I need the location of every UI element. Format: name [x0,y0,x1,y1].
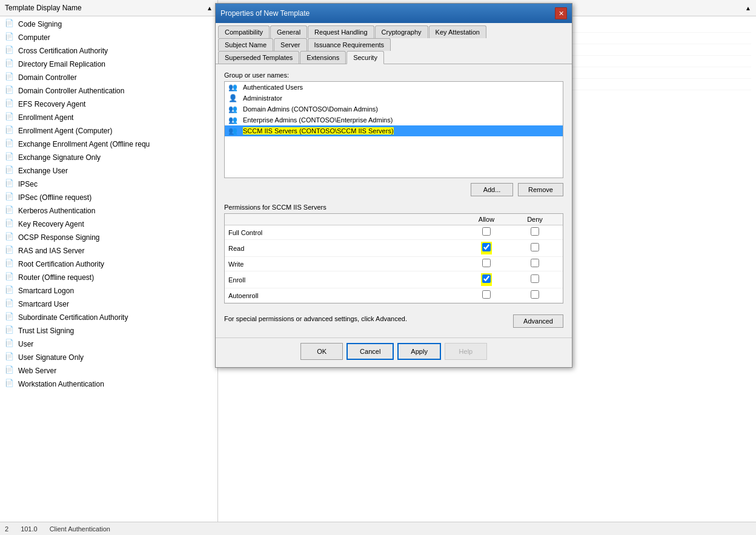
tab-key-attestation[interactable]: Key Attestation [429,25,486,38]
right-scroll-up[interactable]: ▲ [745,5,751,12]
template-icon: 🗎 [5,73,15,82]
template-icon: 🗎 [5,206,15,216]
list-item[interactable]: 🗎IPSec [0,178,217,191]
user-item[interactable]: 👥Domain Admins (CONTOSO\Domain Admins) [225,104,563,115]
allow-checkbox[interactable] [482,274,491,283]
template-name: Domain Controller [18,73,77,82]
template-name: Root Certification Authority [18,260,104,268]
template-icon: 🗎 [5,299,15,309]
tab-cryptography[interactable]: Cryptography [375,25,428,38]
deny-cell [511,290,559,301]
tab-security[interactable]: Security [346,51,384,64]
list-item[interactable]: 🗎Code Signing [0,18,217,31]
cancel-button[interactable]: Cancel [346,343,394,360]
template-icon: 🗎 [5,19,15,29]
deny-checkbox[interactable] [531,259,539,267]
user-item[interactable]: 👥Authenticated Users [225,82,563,93]
ok-button[interactable]: OK [300,343,343,360]
template-name: User [18,340,33,348]
template-icon: 🗎 [5,326,15,336]
template-icon: 🗎 [5,33,15,42]
list-item[interactable]: 🗎OCSP Response Signing [0,231,217,244]
list-item[interactable]: 🗎Domain Controller Authentication [0,84,217,98]
allow-checkbox[interactable] [482,227,491,236]
list-item[interactable]: 🗎Router (Offline request) [0,271,217,284]
template-name: Code Signing [18,20,62,28]
list-item[interactable]: 🗎Web Server [0,364,217,377]
apply-button[interactable]: Apply [397,343,441,360]
list-item[interactable]: 🗎Trust List Signing [0,324,217,337]
tab-subject-name[interactable]: Subject Name [218,38,273,51]
list-item[interactable]: 🗎Domain Controller [0,71,217,84]
scroll-up-icon[interactable]: ▲ [207,5,213,12]
tab-issuance-requirements[interactable]: Issuance Requirements [308,38,391,51]
user-item[interactable]: 👥Enterprise Admins (CONTOSO\Enterprise A… [225,115,563,125]
tab-request-handling[interactable]: Request Handling [308,25,374,38]
tab-extensions[interactable]: Extensions [300,51,346,64]
list-item[interactable]: 🗎RAS and IAS Server [0,244,217,258]
users-list[interactable]: 👥Authenticated Users👤Administrator👥Domai… [224,81,563,178]
list-item[interactable]: 🗎Computer [0,31,217,44]
permission-row: Write [225,257,563,271]
user-name: Authenticated Users [243,84,303,91]
close-button[interactable]: ✕ [555,7,567,19]
list-item[interactable]: 🗎Cross Certification Authority [0,44,217,58]
list-item[interactable]: 🗎Exchange Signature Only [0,151,217,164]
permissions-table: Allow Deny Full ControlReadWriteEnrollAu… [224,213,563,304]
list-item[interactable]: 🗎IPSec (Offline request) [0,191,217,204]
permissions-rows: Full ControlReadWriteEnrollAutoenroll [225,225,563,303]
template-icon: 🗎 [5,126,15,136]
permission-row: Autoenroll [225,288,563,303]
template-icon: 🗎 [5,99,15,109]
deny-checkbox[interactable] [531,243,539,251]
deny-cell [511,243,559,253]
help-button[interactable]: Help [445,343,487,360]
advanced-button[interactable]: Advanced [513,314,563,328]
template-name: Workstation Authentication [18,380,104,388]
allow-checkbox[interactable] [482,290,491,299]
template-name: Trust List Signing [18,327,74,335]
add-button[interactable]: Add... [471,183,513,196]
list-item[interactable]: 🗎Exchange User [0,164,217,178]
perm-header-allow: Allow [462,216,511,223]
list-item[interactable]: 🗎Kerberos Authentication [0,204,217,218]
permissions-header: Allow Deny [225,214,563,225]
user-name: Administrator [243,95,282,102]
list-item[interactable]: 🗎Key Recovery Agent [0,218,217,231]
allow-checkbox[interactable] [482,259,491,267]
list-item[interactable]: 🗎User [0,337,217,351]
deny-checkbox[interactable] [531,227,539,236]
list-item[interactable]: 🗎Workstation Authentication [0,377,217,391]
status-auth: Client Authentication [50,525,110,533]
list-item[interactable]: 🗎Enrollment Agent [0,111,217,124]
template-name: Enrollment Agent [18,113,73,122]
list-item[interactable]: 🗎EFS Recovery Agent [0,98,217,111]
template-name: IPSec [18,180,38,188]
list-item[interactable]: 🗎Smartcard User [0,297,217,311]
user-item[interactable]: 👤Administrator [225,93,563,104]
list-item[interactable]: 🗎Enrollment Agent (Computer) [0,124,217,138]
tab-server[interactable]: Server [274,38,307,51]
template-name: Kerberos Authentication [18,207,95,215]
permission-row: Full Control [225,225,563,240]
list-item[interactable]: 🗎Directory Email Replication [0,58,217,71]
list-item[interactable]: 🗎Exchange Enrollment Agent (Offline requ [0,138,217,151]
deny-checkbox[interactable] [531,274,539,283]
tab-compatibility[interactable]: Compatibility [218,25,270,38]
list-item[interactable]: 🗎Root Certification Authority [0,258,217,271]
tab-superseded-templates[interactable]: Superseded Templates [218,51,299,64]
left-header: Template Display Name ▲ [0,0,217,16]
list-item[interactable]: 🗎Subordinate Certification Authority [0,311,217,324]
list-item[interactable]: 🗎User Signature Only [0,351,217,364]
template-icon: 🗎 [5,113,15,122]
tab-general[interactable]: General [270,25,307,38]
allow-checkbox[interactable] [482,243,491,251]
list-item[interactable]: 🗎Smartcard Logon [0,284,217,297]
user-item[interactable]: 👥SCCM IIS Servers (CONTOSO\SCCM IIS Serv… [225,125,563,136]
deny-checkbox[interactable] [531,290,539,299]
user-icon: 👥 [228,116,239,124]
remove-button[interactable]: Remove [518,183,563,196]
template-name: Exchange User [18,167,68,175]
template-display-name-header: Template Display Name [5,4,82,12]
template-name: Web Server [18,367,56,375]
